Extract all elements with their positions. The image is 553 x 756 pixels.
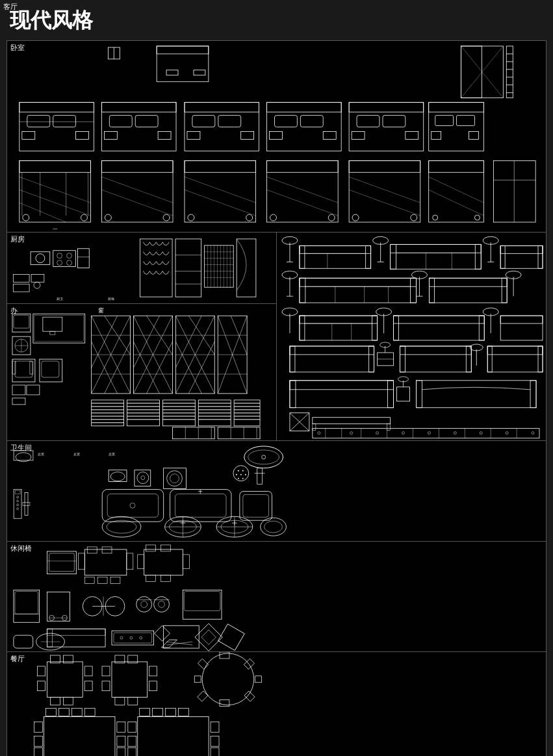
svg-text:总宽: 总宽 — [108, 452, 115, 456]
svg-rect-0 — [8, 41, 545, 232]
bedroom-label: 卧室 — [10, 43, 25, 53]
office-section: 办 — [7, 304, 276, 440]
svg-text:窗: 窗 — [98, 307, 104, 314]
svg-rect-417 — [8, 542, 545, 651]
svg-rect-474 — [8, 652, 545, 756]
svg-text:装饰: 装饰 — [108, 297, 114, 301]
recreation-section: 休闲椅 — [7, 542, 546, 652]
svg-point-380 — [238, 478, 239, 479]
svg-point-376 — [242, 470, 244, 472]
living-label: 客厅 — [3, 2, 18, 12]
svg-rect-238 — [277, 233, 546, 440]
svg-point-379 — [245, 474, 246, 475]
dining-label: 餐厅 — [10, 654, 25, 664]
svg-text:厨卫: 厨卫 — [57, 297, 63, 301]
living-section: 客厅 — [277, 233, 546, 440]
svg-rect-357 — [8, 441, 545, 541]
svg-point-375 — [238, 470, 239, 472]
office-label: 办 — [10, 306, 18, 316]
bathroom-section: 卫生间 总宽 总宽 总宽 — [7, 441, 546, 542]
left-sections: 厨房 — [7, 233, 277, 440]
svg-point-381 — [242, 478, 244, 479]
page-title: 现代风格 — [0, 0, 553, 40]
svg-point-377 — [236, 474, 237, 475]
kitchen-section: 厨房 — [7, 233, 276, 304]
svg-text:—: — — [53, 226, 57, 231]
bedroom-section: 卧室 — [7, 41, 546, 233]
bathroom-label: 卫生间 — [10, 443, 32, 453]
recreation-label: 休闲椅 — [10, 544, 32, 553]
main-container: 卧室 — [6, 40, 547, 756]
svg-rect-136 — [7, 304, 276, 440]
dining-section: 餐厅 — [7, 652, 546, 756]
kitchen-label: 厨房 — [10, 234, 25, 244]
svg-point-378 — [240, 474, 242, 475]
svg-text:总宽: 总宽 — [37, 452, 44, 456]
svg-rect-100 — [8, 233, 275, 303]
middle-row: 厨房 — [7, 233, 546, 441]
svg-text:总宽: 总宽 — [73, 452, 80, 456]
